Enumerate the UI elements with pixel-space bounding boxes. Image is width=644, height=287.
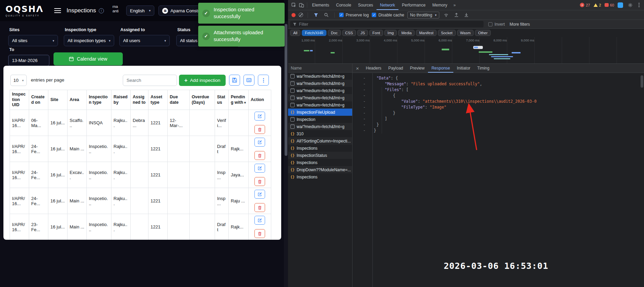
devtools-tab[interactable]: Network xyxy=(377,0,398,10)
request-row[interactable]: Inspection xyxy=(288,116,352,123)
fold-marker[interactable] xyxy=(353,99,372,104)
request-row[interactable]: wa/?medium=fetch&fmt=g xyxy=(288,73,352,80)
edit-button[interactable] xyxy=(254,112,265,121)
fold-marker[interactable] xyxy=(353,87,372,93)
table-row[interactable]: I/APR/16... 24-Fe... 16 jul... Main ... … xyxy=(10,188,271,214)
detail-tab[interactable]: Preview xyxy=(407,64,428,73)
error-badge[interactable]: ×27 xyxy=(580,3,590,7)
search-input[interactable] xyxy=(123,75,177,86)
table-row[interactable]: I/APR/16... 24-Fe... 16 jul... Main ... … xyxy=(10,136,271,162)
table-row[interactable]: I/APR/16... 06-Ma... 16 jul... Scaffo...… xyxy=(10,110,271,136)
devtools-tab[interactable]: Sources xyxy=(355,0,377,10)
scrollbar-thumb[interactable] xyxy=(285,24,287,156)
request-row[interactable]: wa/?medium=fetch&fmt=g xyxy=(288,101,352,109)
network-overview[interactable]: All Fetch/XHR Doc CSS JS Font Img Media … xyxy=(288,29,644,64)
sites-select[interactable]: All sites ▾ xyxy=(8,35,58,46)
request-row[interactable]: wa/?medium=fetch&fmt=g xyxy=(288,80,352,87)
fold-marker[interactable] xyxy=(353,104,372,110)
detail-tab[interactable]: Headers xyxy=(362,64,385,73)
export-har-icon[interactable] xyxy=(453,13,460,17)
devtools-menu-icon[interactable] xyxy=(637,3,641,7)
column-header[interactable]: Overdue (Days) xyxy=(190,90,215,110)
table-row[interactable]: I/APR/16... 23-Fe... 16 jul... Main ... … xyxy=(10,214,271,240)
calendar-view-button[interactable]: Calendar view xyxy=(53,52,123,65)
request-row[interactable]: wa/?medium=fetch&fmt=g xyxy=(288,123,352,130)
toast-success[interactable]: ✓ Inspection created successfully xyxy=(198,3,285,24)
filter-chip[interactable]: CSS xyxy=(342,30,356,36)
detail-tab[interactable]: Response xyxy=(428,64,453,73)
request-row[interactable]: 310 xyxy=(288,130,352,137)
disable-cache-checkbox[interactable]: ✓ Disable cache xyxy=(372,13,404,17)
assigned-to-select[interactable]: All users ▾ xyxy=(119,35,170,46)
request-row[interactable]: InspectionStatus xyxy=(288,152,352,159)
preserve-log-checkbox[interactable]: ✓ Preserve log xyxy=(339,13,369,17)
throttling-select[interactable]: No throttling ▾ xyxy=(407,12,439,18)
filter-chip[interactable]: Other xyxy=(475,30,491,36)
filter-chip[interactable]: Fetch/XHR xyxy=(302,30,326,36)
request-row[interactable]: All?SortingColumn=Inspecti... xyxy=(288,137,352,145)
clear-icon[interactable] xyxy=(299,13,303,17)
settings-gear-icon[interactable] xyxy=(627,3,634,8)
column-header[interactable]: Created on xyxy=(29,90,48,110)
more-tabs-icon[interactable]: » xyxy=(451,3,458,8)
delete-button[interactable] xyxy=(254,125,265,134)
inspection-type-select[interactable]: All inspection types ▾ xyxy=(64,35,114,46)
request-list-header[interactable]: Name xyxy=(288,64,352,73)
detail-tab[interactable]: Payload xyxy=(385,64,406,73)
invert-checkbox[interactable]: Invert xyxy=(488,22,505,27)
fold-marker[interactable] xyxy=(353,81,372,87)
issues-badge[interactable]: 60 xyxy=(605,3,614,7)
fold-marker[interactable] xyxy=(353,116,372,122)
filter-chip[interactable]: Wasm xyxy=(457,30,474,36)
info-icon[interactable]: i xyxy=(99,8,104,13)
request-row[interactable]: wa/?medium=fetch&fmt=g xyxy=(288,94,352,101)
request-row[interactable]: Inspections xyxy=(288,173,352,180)
app-scrollbar[interactable] xyxy=(284,21,288,287)
more-filters-button[interactable]: More filters xyxy=(510,22,530,27)
fold-marker[interactable] xyxy=(353,128,372,134)
edit-button[interactable] xyxy=(254,190,265,199)
delete-button[interactable] xyxy=(254,229,265,238)
scrollbar-thumb[interactable] xyxy=(641,75,643,88)
column-header[interactable]: Area xyxy=(68,90,87,110)
import-har-icon[interactable] xyxy=(463,13,470,17)
devtools-tab[interactable]: Memory xyxy=(429,0,451,10)
filter-chip[interactable]: Media xyxy=(398,30,415,36)
table-row[interactable]: I/APR/16... 24-Fe... 16 jul... Excav... … xyxy=(10,162,271,188)
delete-button[interactable] xyxy=(254,151,265,160)
column-header[interactable]: Status xyxy=(215,90,229,110)
filter-chip[interactable]: JS xyxy=(357,30,368,36)
profile-icon[interactable] xyxy=(618,2,623,8)
column-header[interactable]: Inspection type xyxy=(87,90,111,110)
network-filter-input[interactable]: Filter xyxy=(290,21,484,27)
record-button[interactable] xyxy=(291,13,296,17)
devtools-tab[interactable]: Console xyxy=(333,0,355,10)
filter-chip[interactable]: Socket xyxy=(438,30,456,36)
delete-button[interactable] xyxy=(254,203,265,212)
save-button[interactable] xyxy=(229,75,240,86)
column-header[interactable]: Pending with xyxy=(229,90,249,110)
add-inspection-button[interactable]: + Add inspection xyxy=(179,75,226,86)
brand-logo[interactable]: OQSHΛ QUALITY & SAFETY xyxy=(0,5,52,17)
detail-tab[interactable]: Timing xyxy=(474,64,493,73)
toast-success[interactable]: ✓ Attachments uploaded successfully xyxy=(198,26,285,47)
device-toolbar-icon[interactable] xyxy=(298,3,306,8)
filter-chip[interactable]: Img xyxy=(384,30,397,36)
filter-funnel-icon[interactable] xyxy=(312,13,320,17)
inspect-element-icon[interactable] xyxy=(290,3,298,8)
column-header[interactable]: Raised by xyxy=(111,90,131,110)
language-select[interactable]: English ▾ xyxy=(126,5,154,16)
fold-marker[interactable] xyxy=(353,122,372,128)
edit-button[interactable] xyxy=(254,216,265,225)
menu-icon[interactable] xyxy=(54,8,61,13)
page-size-select[interactable]: 10 ▾ xyxy=(10,75,27,86)
fold-marker[interactable] xyxy=(353,75,372,81)
detail-tab[interactable]: Initiator xyxy=(453,64,474,73)
card-view-button[interactable] xyxy=(243,75,254,86)
delete-button[interactable] xyxy=(254,177,265,186)
devtools-tab[interactable]: Elements xyxy=(309,0,333,10)
filter-chip[interactable]: Manifest xyxy=(416,30,437,36)
request-row[interactable]: InspectionFileUpload xyxy=(288,109,352,116)
filter-chip[interactable]: All xyxy=(290,30,300,36)
close-icon[interactable]: × xyxy=(353,65,362,71)
